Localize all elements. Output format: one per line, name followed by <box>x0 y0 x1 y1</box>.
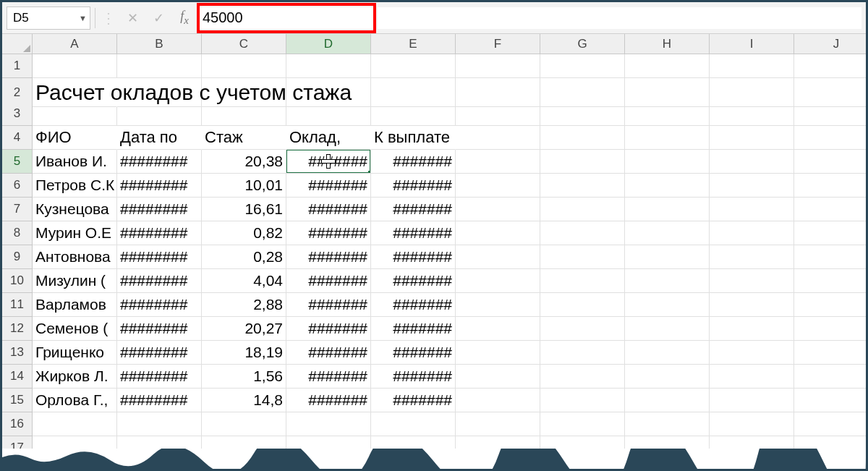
cell-B4[interactable]: Дата по <box>117 126 202 150</box>
cell-E6[interactable]: ####### <box>371 174 456 198</box>
cell-D14[interactable]: ####### <box>286 365 371 389</box>
cell-C10[interactable]: 4,04 <box>202 269 286 293</box>
cell-A8[interactable]: Мурин О.Е <box>33 221 117 245</box>
cell-E4[interactable]: К выплате <box>371 126 456 150</box>
cell-B8[interactable]: ######## <box>117 221 202 245</box>
cell-C9[interactable]: 0,28 <box>202 245 286 269</box>
cell-G15[interactable] <box>540 389 625 412</box>
cell-D8[interactable]: ####### <box>286 221 371 245</box>
cell-F14[interactable] <box>456 365 540 389</box>
cell-C1[interactable] <box>202 54 286 78</box>
cell-G12[interactable] <box>540 317 625 341</box>
cell-H1[interactable] <box>625 54 710 78</box>
column-header-B[interactable]: B <box>117 34 202 54</box>
cell-J5[interactable] <box>794 150 868 174</box>
cell-A13[interactable]: Грищенко <box>33 341 117 365</box>
cell-B16[interactable] <box>117 412 202 436</box>
cell-F1[interactable] <box>456 54 540 78</box>
cell-E3[interactable] <box>371 102 456 126</box>
cell-I14[interactable] <box>710 365 794 389</box>
column-header-A[interactable]: A <box>33 34 117 54</box>
cell-G9[interactable] <box>540 245 625 269</box>
cell-H11[interactable] <box>625 293 710 317</box>
cell-C13[interactable]: 18,19 <box>202 341 286 365</box>
cell-F3[interactable] <box>456 102 540 126</box>
cell-C7[interactable]: 16,61 <box>202 198 286 221</box>
cell-H15[interactable] <box>625 389 710 412</box>
cell-G3[interactable] <box>540 102 625 126</box>
cell-D16[interactable] <box>286 412 371 436</box>
formula-bar-rest[interactable] <box>378 7 861 29</box>
cell-I9[interactable] <box>710 245 794 269</box>
cell-I13[interactable] <box>710 341 794 365</box>
cell-E7[interactable]: ####### <box>371 198 456 221</box>
cell-J15[interactable] <box>794 389 868 412</box>
cell-A4[interactable]: ФИО <box>33 126 117 150</box>
cell-E8[interactable]: ####### <box>371 221 456 245</box>
cell-B14[interactable]: ######## <box>117 365 202 389</box>
cell-C14[interactable]: 1,56 <box>202 365 286 389</box>
cell-B3[interactable] <box>117 102 202 126</box>
cell-F7[interactable] <box>456 198 540 221</box>
cell-F11[interactable] <box>456 293 540 317</box>
cell-B6[interactable]: ######## <box>117 174 202 198</box>
cell-G4[interactable] <box>540 126 625 150</box>
cell-F15[interactable] <box>456 389 540 412</box>
cell-B13[interactable]: ######## <box>117 341 202 365</box>
cell-I8[interactable] <box>710 221 794 245</box>
column-header-D[interactable]: D <box>286 34 371 54</box>
cell-A11[interactable]: Варламов <box>33 293 117 317</box>
cell-F13[interactable] <box>456 341 540 365</box>
cell-H6[interactable] <box>625 174 710 198</box>
cell-B12[interactable]: ######## <box>117 317 202 341</box>
column-header-J[interactable]: J <box>794 34 868 54</box>
cell-A7[interactable]: Кузнецова <box>33 198 117 221</box>
cell-G13[interactable] <box>540 341 625 365</box>
cell-E9[interactable]: ####### <box>371 245 456 269</box>
column-header-C[interactable]: C <box>202 34 286 54</box>
cell-B7[interactable]: ######## <box>117 198 202 221</box>
cell-E16[interactable] <box>371 412 456 436</box>
cell-B10[interactable]: ######## <box>117 269 202 293</box>
cell-B5[interactable]: ######## <box>117 150 202 174</box>
cell-E12[interactable]: ####### <box>371 317 456 341</box>
cell-J7[interactable] <box>794 198 868 221</box>
row-header-10[interactable]: 10 <box>2 269 33 293</box>
cell-C5[interactable]: 20,38 <box>202 150 286 174</box>
cell-A15[interactable]: Орлова Г., <box>33 389 117 412</box>
cell-I11[interactable] <box>710 293 794 317</box>
cell-B9[interactable]: ######## <box>117 245 202 269</box>
cell-E11[interactable]: ####### <box>371 293 456 317</box>
cell-A6[interactable]: Петров С.К <box>33 174 117 198</box>
cell-G14[interactable] <box>540 365 625 389</box>
cell-H13[interactable] <box>625 341 710 365</box>
cell-J8[interactable] <box>794 221 868 245</box>
cell-D6[interactable]: ####### <box>286 174 371 198</box>
name-box[interactable]: D5 ▼ <box>7 7 90 30</box>
row-header-15[interactable]: 15 <box>2 389 33 412</box>
cell-D11[interactable]: ####### <box>286 293 371 317</box>
cell-G6[interactable] <box>540 174 625 198</box>
cell-J10[interactable] <box>794 269 868 293</box>
cell-A14[interactable]: Жирков Л. <box>33 365 117 389</box>
cell-H3[interactable] <box>625 102 710 126</box>
cell-H16[interactable] <box>625 412 710 436</box>
row-header-16[interactable]: 16 <box>2 412 33 436</box>
cell-I3[interactable] <box>710 102 794 126</box>
cell-F16[interactable] <box>456 412 540 436</box>
cell-D1[interactable] <box>286 54 371 78</box>
dropdown-icon[interactable]: ▼ <box>79 14 87 22</box>
row-header-7[interactable]: 7 <box>2 198 33 221</box>
cell-J11[interactable] <box>794 293 868 317</box>
cell-F9[interactable] <box>456 245 540 269</box>
cell-H14[interactable] <box>625 365 710 389</box>
enter-button[interactable]: ✓ <box>148 7 169 29</box>
cell-F8[interactable] <box>456 221 540 245</box>
cell-D12[interactable]: ####### <box>286 317 371 341</box>
cell-D4[interactable]: Оклад, <box>286 126 371 150</box>
row-header-1[interactable]: 1 <box>2 54 33 78</box>
cell-I7[interactable] <box>710 198 794 221</box>
cell-B1[interactable] <box>117 54 202 78</box>
cell-J6[interactable] <box>794 174 868 198</box>
cell-A5[interactable]: Иванов И. <box>33 150 117 174</box>
